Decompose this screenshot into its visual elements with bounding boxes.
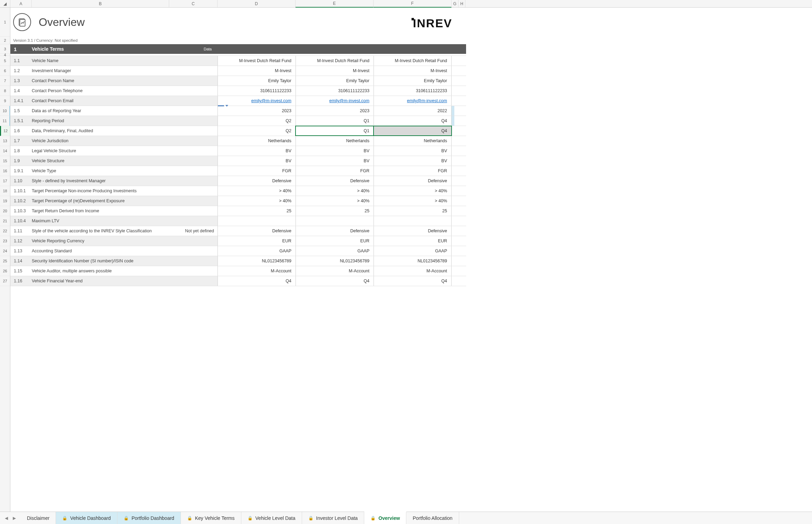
cell-E[interactable]: 3106111122233 bbox=[296, 86, 374, 96]
cell-E[interactable]: emily@m-invest.com bbox=[296, 96, 374, 106]
cell-F[interactable]: Defensive bbox=[374, 176, 452, 186]
tab-vehicle-dashboard[interactable]: 🔒Vehicle Dashboard bbox=[56, 512, 117, 524]
tab-overview[interactable]: 🔒Overview bbox=[364, 512, 406, 524]
cell-F[interactable]: Emily Taylor bbox=[374, 76, 452, 86]
cell-E[interactable]: FGR bbox=[296, 166, 374, 176]
cell-F[interactable]: M-Invest Dutch Retail Fund bbox=[374, 56, 452, 66]
cell-F[interactable]: > 40% bbox=[374, 186, 452, 196]
cell-F[interactable]: Netherlands bbox=[374, 136, 452, 146]
row-header-22[interactable]: 22 bbox=[0, 226, 10, 236]
col-header-E[interactable]: E bbox=[296, 0, 374, 8]
cell-D[interactable]: 25 bbox=[218, 206, 296, 216]
cell-E[interactable]: Defensive bbox=[296, 226, 374, 236]
cell-D[interactable]: Q4 bbox=[218, 276, 296, 286]
cell-D[interactable]: FGR bbox=[218, 166, 296, 176]
tab-key-vehicle-terms[interactable]: 🔒Key Vehicle Terms bbox=[181, 512, 241, 524]
cell-F[interactable]: Q4 bbox=[374, 126, 452, 136]
tab-investor-level-data[interactable]: 🔒Investor Level Data bbox=[302, 512, 365, 524]
col-header-C[interactable]: C bbox=[169, 0, 218, 7]
cell-D[interactable]: Emily Taylor bbox=[218, 76, 296, 86]
col-header-B[interactable]: B bbox=[32, 0, 169, 7]
cell-E[interactable]: > 40% bbox=[296, 196, 374, 206]
cell-E[interactable]: M-Invest Dutch Retail Fund bbox=[296, 56, 374, 66]
cell-F[interactable]: emily@m-invest.com bbox=[374, 96, 452, 106]
row-header-5[interactable]: 5 bbox=[0, 56, 10, 66]
cell-F[interactable]: M-Account bbox=[374, 266, 452, 276]
cell-F[interactable] bbox=[374, 216, 452, 226]
cell-F[interactable]: BV bbox=[374, 156, 452, 166]
cell-F[interactable]: Defensive bbox=[374, 226, 452, 236]
row-header-21[interactable]: 21 bbox=[0, 216, 10, 226]
row-header-13[interactable]: 13 bbox=[0, 136, 10, 146]
cell-F[interactable]: 2022 bbox=[374, 106, 452, 116]
row-header-10[interactable]: 10 bbox=[0, 106, 10, 116]
cell-E[interactable]: EUR bbox=[296, 236, 374, 246]
row-header-23[interactable]: 23 bbox=[0, 236, 10, 246]
cell-D[interactable]: 2023 bbox=[218, 106, 296, 116]
cell-E[interactable]: > 40% bbox=[296, 186, 374, 196]
row-header-12[interactable]: 12 bbox=[0, 126, 10, 136]
cell-D[interactable]: Q2 bbox=[218, 116, 296, 126]
cell-E[interactable]: Emily Taylor bbox=[296, 76, 374, 86]
cell-D[interactable]: M-Invest bbox=[218, 66, 296, 76]
email-link[interactable]: emily@m-invest.com bbox=[407, 98, 447, 103]
cell-D[interactable]: 3106111122233 bbox=[218, 86, 296, 96]
row-header-26[interactable]: 26 bbox=[0, 266, 10, 276]
row-header-25[interactable]: 25 bbox=[0, 256, 10, 266]
cell-E[interactable]: M-Invest bbox=[296, 66, 374, 76]
email-link[interactable]: emily@m-invest.com bbox=[251, 98, 291, 103]
col-header-A[interactable]: A bbox=[10, 0, 32, 7]
email-link[interactable]: emily@m-invest.com bbox=[329, 98, 369, 103]
cell-F[interactable]: Q4 bbox=[374, 116, 452, 126]
select-all-corner[interactable]: ◢ bbox=[0, 0, 10, 7]
row-header-7[interactable]: 7 bbox=[0, 76, 10, 86]
cell-F[interactable]: 3106111122233 bbox=[374, 86, 452, 96]
cell-F[interactable]: Q4 bbox=[374, 276, 452, 286]
cell-D[interactable]: > 40% bbox=[218, 196, 296, 206]
cell-E[interactable]: BV bbox=[296, 146, 374, 156]
cell-F[interactable]: M-Invest bbox=[374, 66, 452, 76]
cell-E[interactable]: 25 bbox=[296, 206, 374, 216]
row-header-18[interactable]: 18 bbox=[0, 186, 10, 196]
cell-E[interactable] bbox=[296, 216, 374, 226]
spreadsheet-content[interactable]: Overview INREV Version 3.1 / Currency: N… bbox=[10, 8, 812, 512]
cell-D[interactable]: M-Account bbox=[218, 266, 296, 276]
row-header-19[interactable]: 19 bbox=[0, 196, 10, 206]
cell-D[interactable]: > 40% bbox=[218, 186, 296, 196]
row-header-14[interactable]: 14 bbox=[0, 146, 10, 156]
tab-disclaimer[interactable]: Disclaimer bbox=[21, 512, 56, 524]
cell-E[interactable]: GAAP bbox=[296, 246, 374, 256]
row-header-2[interactable]: 2 bbox=[0, 37, 10, 44]
row-header-27[interactable]: 27 bbox=[0, 276, 10, 286]
col-header-D[interactable]: D bbox=[218, 0, 296, 7]
row-header-16[interactable]: 16 bbox=[0, 166, 10, 176]
cell-E[interactable]: M-Account bbox=[296, 266, 374, 276]
tab-vehicle-level-data[interactable]: 🔒Vehicle Level Data bbox=[241, 512, 302, 524]
cell-F[interactable]: BV bbox=[374, 146, 452, 156]
col-header-F[interactable]: F bbox=[374, 0, 452, 8]
tab-next-icon[interactable]: ▶ bbox=[13, 516, 16, 521]
cell-F[interactable]: > 40% bbox=[374, 196, 452, 206]
cell-E[interactable]: Defensive bbox=[296, 176, 374, 186]
tab-prev-icon[interactable]: ◀ bbox=[5, 516, 8, 521]
cell-E[interactable]: Netherlands bbox=[296, 136, 374, 146]
cell-D[interactable]: Netherlands bbox=[218, 136, 296, 146]
row-header-1[interactable]: 1 bbox=[0, 8, 10, 37]
cell-D[interactable] bbox=[218, 216, 296, 226]
cell-D[interactable]: NL0123456789 bbox=[218, 256, 296, 266]
row-header-8[interactable]: 8 bbox=[0, 86, 10, 96]
row-header-20[interactable]: 20 bbox=[0, 206, 10, 216]
cell-D[interactable]: GAAP bbox=[218, 246, 296, 256]
cell-D[interactable]: BV bbox=[218, 156, 296, 166]
col-header-H[interactable]: H bbox=[458, 0, 465, 7]
tab-portfolio-dashboard[interactable]: 🔒Portfolio Dashboard bbox=[117, 512, 181, 524]
cell-E[interactable]: Q4 bbox=[296, 276, 374, 286]
cell-E[interactable]: Q1 bbox=[296, 116, 374, 126]
cell-D[interactable]: EUR bbox=[218, 236, 296, 246]
cell-D[interactable]: Q2 bbox=[218, 126, 296, 136]
cell-D[interactable]: Defensive bbox=[218, 176, 296, 186]
row-header-9[interactable]: 9 bbox=[0, 96, 10, 106]
cell-D[interactable]: BV bbox=[218, 146, 296, 156]
row-header-11[interactable]: 11 bbox=[0, 116, 10, 126]
cell-D[interactable]: M-Invest Dutch Retail Fund bbox=[218, 56, 296, 66]
